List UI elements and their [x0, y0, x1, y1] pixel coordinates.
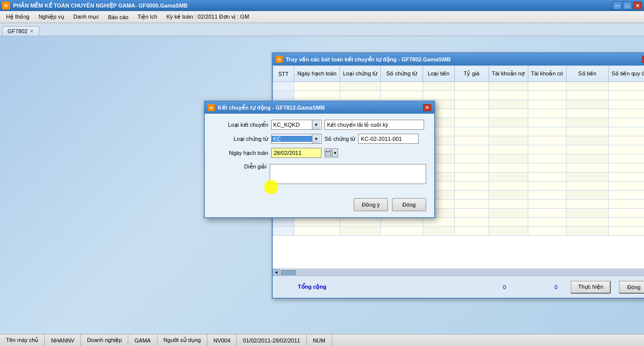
modal-title-left: G Kết chuyển tự động - GF7812.GamaSMB: [208, 104, 325, 111]
modal-close-x-button[interactable]: ✕: [423, 104, 431, 111]
col-header-so-tien-qd: Số tiền quy đổi: [608, 66, 644, 82]
scroll-left-button[interactable]: ◄: [273, 269, 280, 276]
loai-chung-tu-dropdown[interactable]: ▼: [271, 134, 321, 144]
thuc-hien-button[interactable]: Thực hiện: [571, 281, 611, 294]
scroll-track[interactable]: [281, 270, 644, 275]
loai-ket-chuyen-dropdown-btn[interactable]: ▼: [312, 120, 320, 129]
so-chung-tu-label: Số chứng từ: [325, 136, 355, 142]
col-header-tk-co: Tài khoản có: [528, 66, 566, 82]
date-picker-buttons[interactable]: ▼: [325, 148, 338, 157]
scroll-thumb[interactable]: [281, 270, 296, 275]
col-header-stt: STT: [273, 66, 294, 82]
so-chung-tu-value: KC-02-2011-001: [358, 134, 419, 144]
dong-y-button[interactable]: Đồng ý: [354, 198, 388, 211]
app-title: PHẦN MỀM KẾ TOÁN CHUYÊN NGHIỆP GAMA- GF0…: [13, 3, 188, 9]
tab-gf7802[interactable]: GF7802 ✕: [2, 26, 39, 36]
loai-chung-tu-dropdown-btn[interactable]: ▼: [312, 134, 320, 143]
minimize-button[interactable]: ─: [613, 2, 622, 10]
menu-period: Kỳ kế toán : 02/2011 Đơn vị : GM: [167, 14, 249, 20]
loai-ket-chuyen-row: Loại kết chuyển ▼: [213, 120, 426, 130]
loai-chung-tu-label: Loại chứng từ: [213, 136, 268, 142]
bg-window-title: G Truy vấn các bút toán kết chuyển tự độ…: [273, 53, 644, 65]
bg-window-title-text: Truy vấn các bút toán kết chuyển tự động…: [286, 56, 451, 63]
tab-close-icon[interactable]: ✕: [30, 29, 34, 34]
status-ten-may-chu-value: NHANNV: [45, 334, 80, 346]
status-doanh-nghiep-value: GAMA: [128, 334, 157, 346]
loai-ket-chuyen-input[interactable]: [272, 122, 312, 128]
status-nguoi-su-dung-value: NV004: [207, 334, 237, 346]
tab-label: GF7802: [8, 28, 28, 34]
menu-tien-ich[interactable]: Tiện ích: [133, 13, 162, 21]
status-ky: 01/02/2011-28/02/2011: [237, 334, 307, 346]
status-doanh-nghiep-label: Doanh nghiệp: [81, 334, 128, 346]
svg-rect-1: [326, 150, 327, 152]
close-app-button[interactable]: ✕: [633, 2, 642, 10]
col-header-ngay: Ngày hạch toán: [294, 66, 340, 82]
status-bar: Tên máy chủ NHANNV Doanh nghiệp GAMA Ngư…: [0, 334, 644, 346]
col-header-loai-ct: Loại chứng từ: [340, 66, 380, 82]
table-row: [273, 227, 645, 236]
total-val1: 0: [503, 284, 546, 290]
col-header-so-tien: Số tiền: [566, 66, 608, 82]
status-num: NUM: [307, 334, 332, 346]
modal-footer: Đồng ý Đóng: [205, 194, 434, 217]
maximize-button[interactable]: □: [623, 2, 632, 10]
col-header-so-ct: Số chứng từ: [381, 66, 423, 82]
menu-bao-cao[interactable]: Báo cáo: [104, 13, 132, 21]
modal-dong-button[interactable]: Đóng: [392, 198, 426, 211]
col-header-ty-gia: Tỷ giá: [454, 66, 489, 82]
menu-bar: Hệ thống Nghiệp vụ Danh mục Báo cáo Tiện…: [0, 11, 644, 23]
bg-window-title-left: G Truy vấn các bút toán kết chuyển tự độ…: [276, 56, 451, 63]
dien-giai-label: Diễn giải: [213, 162, 267, 170]
modal-dialog-gf7812: G Kết chuyển tự động - GF7812.GamaSMB ✕ …: [204, 101, 435, 218]
dong-button[interactable]: Đóng: [619, 281, 644, 294]
ngay-hach-toan-row: Ngày hạch toán ▼: [213, 148, 426, 158]
date-dropdown-btn[interactable]: ▼: [332, 148, 338, 157]
modal-icon: G: [208, 104, 215, 111]
loai-ket-chuyen-dropdown[interactable]: ▼: [271, 120, 321, 130]
so-chung-tu-row: Số chứng từ KC-02-2011-001: [325, 134, 419, 144]
table-row: [273, 218, 645, 227]
loai-ket-chuyen-desc-input[interactable]: [325, 120, 424, 130]
svg-rect-2: [329, 150, 330, 152]
modal-title-text: Kết chuyển tự động - GF7812.GamaSMB: [218, 105, 325, 111]
modal-body: Loại kết chuyển ▼ Loại chứng từ ▼ Số chứ…: [205, 114, 434, 194]
app-icon: G: [2, 2, 10, 10]
col-header-tk-no: Tài khoản nợ: [489, 66, 528, 82]
table-row: [273, 91, 645, 100]
modal-title: G Kết chuyển tự động - GF7812.GamaSMB ✕: [205, 102, 434, 114]
bg-window-close-button[interactable]: ✕: [642, 56, 644, 63]
dien-giai-row: Diễn giải: [213, 162, 426, 184]
menu-nghiep-vu[interactable]: Nghiệp vụ: [34, 13, 68, 21]
bg-window-icon: G: [276, 56, 283, 63]
title-bar: G PHẦN MỀM KẾ TOÁN CHUYÊN NGHIỆP GAMA- G…: [0, 0, 644, 11]
title-bar-left: G PHẦN MỀM KẾ TOÁN CHUYÊN NGHIỆP GAMA- G…: [2, 2, 188, 10]
status-ten-may-chu-label: Tên máy chủ: [4, 334, 45, 346]
title-bar-controls: ─ □ ✕: [613, 2, 642, 10]
total-val2: 0: [554, 284, 562, 290]
calendar-icon-button[interactable]: [325, 148, 332, 157]
loai-chung-tu-row: Loại chứng từ ▼ Số chứng từ KC-02-2011-0…: [213, 134, 426, 144]
ngay-hach-toan-label: Ngày hạch toán: [213, 150, 268, 156]
menu-he-thong[interactable]: Hệ thống: [2, 13, 33, 21]
total-label: Tổng cộng: [273, 284, 327, 290]
horizontal-scrollbar[interactable]: ◄ ►: [273, 269, 644, 276]
col-header-loai-tien: Loại tiền: [423, 66, 454, 82]
dien-giai-textarea[interactable]: [270, 164, 426, 184]
bottom-controls: 0 0 Thực hiện Đóng: [503, 281, 644, 294]
loai-ket-chuyen-label: Loại kết chuyển: [213, 122, 268, 128]
menu-danh-muc[interactable]: Danh mục: [69, 13, 103, 21]
status-nguoi-su-dung-label: Người sử dụng: [157, 334, 207, 346]
ngay-hach-toan-field[interactable]: [271, 148, 321, 158]
ngay-hach-toan-input[interactable]: [272, 150, 309, 156]
bg-window-bottom: Tổng cộng 0 0 Thực hiện Đóng: [273, 276, 644, 298]
loai-chung-tu-input[interactable]: [272, 136, 312, 142]
table-row: [273, 82, 645, 91]
